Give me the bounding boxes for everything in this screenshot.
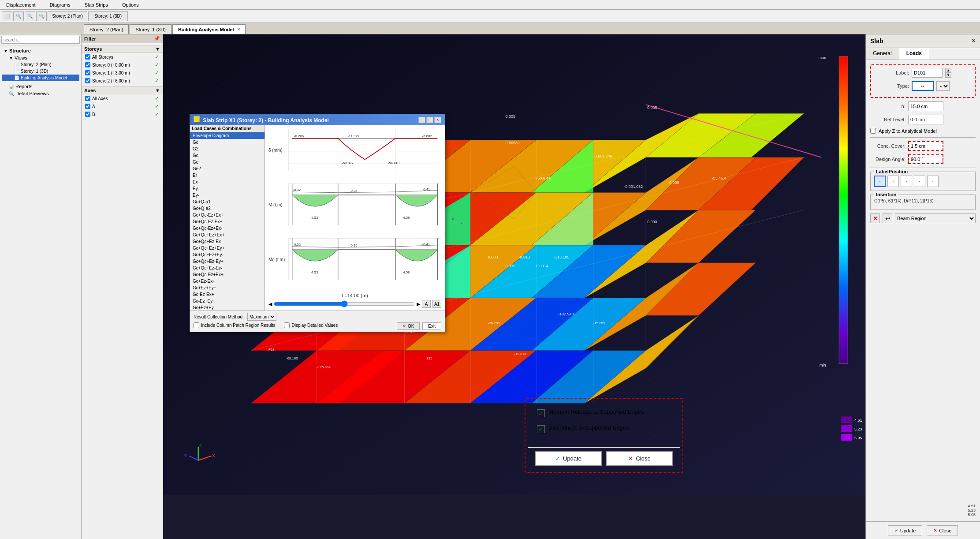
load-case-12[interactable]: Gc+Qc-Ez+Ex+	[190, 212, 265, 218]
scroll-left-icon[interactable]: ◀	[268, 301, 272, 307]
storey-0-checkbox[interactable]	[85, 62, 90, 67]
design-angle-input[interactable]	[908, 154, 943, 164]
apply-z-checkbox[interactable]	[870, 128, 876, 134]
label-input[interactable]	[912, 68, 943, 78]
disconnect-unsupported-checkbox[interactable]: ✓	[537, 425, 545, 433]
storey-1-checkbox[interactable]	[85, 70, 90, 75]
load-case-21[interactable]: Gc+Qc-Ez+Ex+	[190, 271, 265, 278]
storey-2-checkbox[interactable]	[85, 78, 90, 83]
load-case-ge[interactable]: Ge	[190, 159, 265, 165]
tab-storey-1[interactable]: Storey: 1 (3D)	[130, 24, 171, 34]
tab-building-analysis[interactable]: Building Analysis Model ×	[172, 24, 246, 34]
load-cases-list[interactable]: Envelope Diagram Gc G2 Gc Ge Ge2 Er Ex E…	[190, 132, 265, 311]
load-case-g2[interactable]: G2	[190, 146, 265, 152]
menu-displacement[interactable]: Displacement	[4, 1, 38, 8]
axes-collapse[interactable]: ▼	[155, 88, 160, 93]
slab-update-btn[interactable]: ✓ Update	[888, 525, 922, 535]
load-case-ex[interactable]: Ex	[190, 179, 265, 185]
label-decrement-btn[interactable]: ▼	[945, 73, 951, 78]
display-detailed-checkbox[interactable]	[284, 322, 290, 328]
load-case-ey-[interactable]: Ey-	[190, 192, 265, 198]
toolbar-storey-1[interactable]: Storey: 1 (3D)	[88, 11, 128, 21]
load-case-10[interactable]: Gc+Q-a1	[190, 198, 265, 205]
dialog-minimize-btn[interactable]: _	[418, 117, 425, 123]
tree-item-building-model[interactable]: 📄 Building Analysis Model	[2, 75, 79, 81]
axes-all-checkbox[interactable]	[85, 96, 90, 101]
moment-close-btn[interactable]: ✕ Close	[606, 451, 673, 466]
dialog-close-btn[interactable]: ×	[434, 117, 441, 123]
conc-cover-input[interactable]	[908, 141, 943, 151]
load-case-14[interactable]: Gc+Qc-Ez+Ex-	[190, 225, 265, 232]
load-case-23[interactable]: Gc+Ez+Ey+	[190, 284, 265, 291]
load-case-gc2[interactable]: Gc	[190, 152, 265, 159]
tab-close-icon[interactable]: ×	[238, 27, 240, 32]
load-case-18[interactable]: Gc+Qc+Ez+Ey-	[190, 251, 265, 258]
toolbar-btn-4[interactable]: 🔍	[36, 11, 47, 21]
rel-level-input[interactable]	[908, 115, 943, 124]
include-column-patch-checkbox[interactable]	[194, 322, 199, 328]
load-case-22[interactable]: Gc+Ez-Ex+	[190, 278, 265, 284]
dialog-maximize-btn[interactable]: □	[426, 117, 433, 123]
tab-storey-2[interactable]: Storey: 2 (Plan)	[84, 24, 129, 34]
result-collection-select[interactable]: Maximum	[247, 313, 276, 321]
axes-b-checkbox[interactable]	[85, 112, 90, 117]
load-case-er[interactable]: Er	[190, 172, 265, 179]
moment-release-checkbox[interactable]: ✓	[537, 409, 545, 417]
type-select[interactable]: ↔	[936, 81, 950, 91]
chart-zoom-a1-btn[interactable]: A1	[432, 300, 441, 308]
dialog-ok-btn[interactable]: ✕ OK	[397, 322, 420, 330]
toolbar-btn-2[interactable]: 🔍	[13, 11, 24, 21]
load-case-19[interactable]: Gc+Qc+Ez-Ey+	[190, 258, 265, 265]
search-input[interactable]	[1, 36, 80, 44]
slab-panel-close-btn[interactable]: ×	[972, 37, 976, 45]
load-case-26[interactable]: Gc+Ez+Ey-	[190, 304, 265, 311]
load-case-envelope[interactable]: Envelope Diagram	[190, 132, 265, 139]
menu-options[interactable]: Options	[119, 1, 142, 8]
label-pos-tl[interactable]: ·	[874, 176, 886, 187]
chart-zoom-a-btn[interactable]: A	[422, 300, 431, 308]
tree-item-reports[interactable]: 📊 Reports	[2, 83, 79, 90]
storey-all-checkbox[interactable]	[85, 54, 90, 60]
load-case-20[interactable]: Gc+Qc+Ez-Ey-	[190, 265, 265, 271]
delete-btn[interactable]: ✕	[870, 213, 880, 223]
load-case-24[interactable]: Gc-Ez-Ex+	[190, 291, 265, 298]
toolbar-btn-3[interactable]: 🔍	[25, 11, 35, 21]
tree-item-storey1[interactable]: 📄 Storey: 1 (3D)	[2, 68, 79, 75]
slab-tab-general[interactable]: General	[866, 48, 899, 60]
label-increment-btn[interactable]: ▲	[945, 68, 951, 73]
load-case-15[interactable]: Gc+Qc+Ez+Ex+	[190, 232, 265, 238]
tree-item-views[interactable]: ▼ Views	[2, 54, 79, 61]
dialog-exit-btn[interactable]: Exit	[422, 322, 441, 330]
storeys-collapse[interactable]: ▼	[155, 46, 160, 52]
load-case-ey[interactable]: Ey	[190, 185, 265, 192]
load-case-ge2[interactable]: Ge2	[190, 165, 265, 172]
menu-slab-strips[interactable]: Slab Strips	[82, 1, 111, 8]
tree-item-structure[interactable]: ▼ Structure	[2, 47, 79, 54]
viewport[interactable]: -0.011 0.005 -0.005 -0.023 0.80582 -0.68…	[163, 34, 865, 539]
scroll-right-icon[interactable]: ▶	[417, 301, 420, 307]
undo-btn[interactable]: ↩	[883, 213, 892, 223]
toolbar-btn-1[interactable]: ⬜	[2, 11, 12, 21]
load-case-16[interactable]: Gc+Qc+Ez-Ex-	[190, 238, 265, 245]
h-input[interactable]	[908, 101, 943, 111]
tree-item-detail-previews[interactable]: 🔍 Detail Previews	[2, 90, 79, 97]
label-pos-ml[interactable]: ·	[914, 176, 925, 187]
beam-region-select[interactable]: Beam Region	[895, 213, 976, 223]
axes-a-checkbox[interactable]	[85, 104, 90, 109]
chart-scroll-slider[interactable]	[274, 301, 415, 307]
label-pos-tc[interactable]: ·	[887, 176, 899, 187]
load-case-17[interactable]: Gc+Qc+Ez+Ey+	[190, 245, 265, 251]
toolbar-storey-2[interactable]: Storey: 2 (Plan)	[48, 11, 87, 21]
slab-close-btn[interactable]: ✕ Close	[927, 525, 958, 535]
tree-item-storey2[interactable]: 📄 Storey: 2 (Plan)	[2, 61, 79, 68]
filter-pin-icon[interactable]: 📌	[154, 36, 160, 41]
moment-update-btn[interactable]: ✓ Update	[535, 451, 602, 466]
load-case-gc[interactable]: Gc	[190, 139, 265, 146]
slab-tab-loads[interactable]: Loads	[899, 48, 929, 60]
load-case-25[interactable]: Gc-Ez+Ey+	[190, 298, 265, 304]
type-direction-btn[interactable]: ↔	[912, 81, 934, 91]
load-case-13[interactable]: Gc+Qc-Ez-Ex+	[190, 218, 265, 225]
label-pos-tr[interactable]: ·	[901, 176, 912, 187]
menu-diagrams[interactable]: Diagrams	[47, 1, 73, 8]
label-pos-mc[interactable]: ·	[927, 176, 939, 187]
